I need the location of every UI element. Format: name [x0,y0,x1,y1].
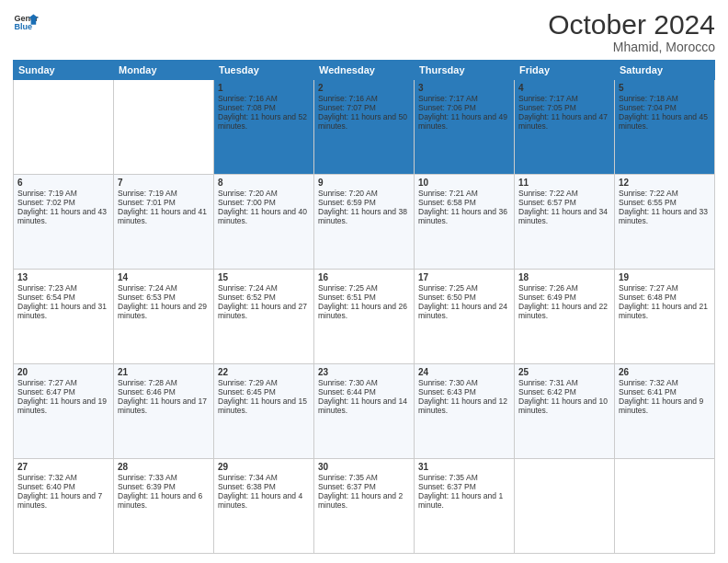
day-info: Daylight: 11 hours and 15 minutes. [218,396,310,415]
day-info: Sunset: 6:44 PM [318,387,410,396]
day-info: Sunrise: 7:17 AM [518,94,610,103]
day-info: Sunrise: 7:32 AM [619,378,711,387]
day-info: Sunrise: 7:30 AM [318,378,410,387]
day-cell: 4Sunrise: 7:17 AMSunset: 7:05 PMDaylight… [515,80,615,175]
day-cell: 5Sunrise: 7:18 AMSunset: 7:04 PMDaylight… [615,80,715,175]
day-number: 13 [17,272,109,282]
day-number: 20 [17,367,109,377]
logo: General Blue [13,9,39,35]
day-info: Daylight: 11 hours and 43 minutes. [17,207,109,225]
day-number: 17 [418,272,510,282]
logo-icon: General Blue [13,9,39,35]
week-row-3: 13Sunrise: 7:23 AMSunset: 6:54 PMDayligh… [14,270,715,364]
day-info: Sunset: 7:08 PM [218,103,310,112]
day-cell [615,459,715,554]
day-info: Sunset: 6:57 PM [518,198,610,207]
day-cell: 19Sunrise: 7:27 AMSunset: 6:48 PMDayligh… [615,270,715,364]
day-number: 26 [619,367,711,377]
day-cell: 25Sunrise: 7:31 AMSunset: 6:42 PMDayligh… [515,364,615,459]
week-row-2: 6Sunrise: 7:19 AMSunset: 7:02 PMDaylight… [14,175,715,270]
day-info: Sunset: 6:52 PM [218,293,310,302]
day-cell: 3Sunrise: 7:17 AMSunset: 7:06 PMDaylight… [415,80,515,175]
day-info: Daylight: 11 hours and 14 minutes. [318,396,410,415]
day-number: 7 [118,178,210,188]
day-info: Sunset: 6:37 PM [318,482,410,491]
day-cell: 13Sunrise: 7:23 AMSunset: 6:54 PMDayligh… [14,270,114,364]
day-info: Daylight: 11 hours and 34 minutes. [518,207,610,225]
day-cell: 12Sunrise: 7:22 AMSunset: 6:55 PMDayligh… [615,175,715,270]
day-info: Sunset: 7:01 PM [118,198,210,207]
day-info: Sunrise: 7:23 AM [17,283,109,293]
day-info: Sunset: 6:47 PM [17,387,109,396]
day-cell: 7Sunrise: 7:19 AMSunset: 7:01 PMDaylight… [114,175,214,270]
day-cell: 18Sunrise: 7:26 AMSunset: 6:49 PMDayligh… [515,270,615,364]
day-number: 2 [318,83,410,93]
day-cell: 31Sunrise: 7:35 AMSunset: 6:37 PMDayligh… [415,459,515,554]
week-row-5: 27Sunrise: 7:32 AMSunset: 6:40 PMDayligh… [14,459,715,554]
day-info: Sunset: 6:53 PM [118,293,210,302]
day-info: Sunset: 7:02 PM [17,198,109,207]
day-info: Sunrise: 7:34 AM [218,473,310,482]
title-block: October 2024 Mhamid, Morocco [548,9,715,54]
day-number: 30 [318,462,410,472]
day-info: Daylight: 11 hours and 31 minutes. [17,302,109,320]
day-cell: 2Sunrise: 7:16 AMSunset: 7:07 PMDaylight… [314,80,415,175]
col-header-thursday: Thursday [415,61,515,80]
day-info: Sunrise: 7:18 AM [619,94,711,103]
day-number: 5 [619,83,711,93]
day-info: Sunset: 6:41 PM [619,387,711,396]
day-info: Sunset: 6:46 PM [118,387,210,396]
day-number: 28 [118,462,210,472]
day-number: 29 [218,462,310,472]
day-info: Sunset: 6:48 PM [619,293,711,302]
day-cell: 28Sunrise: 7:33 AMSunset: 6:39 PMDayligh… [114,459,214,554]
day-info: Sunset: 6:39 PM [118,482,210,491]
day-info: Sunset: 6:55 PM [619,198,711,207]
day-cell: 22Sunrise: 7:29 AMSunset: 6:45 PMDayligh… [214,364,314,459]
day-info: Daylight: 11 hours and 45 minutes. [619,112,711,131]
day-cell: 11Sunrise: 7:22 AMSunset: 6:57 PMDayligh… [515,175,615,270]
day-info: Daylight: 11 hours and 41 minutes. [118,207,210,225]
day-info: Daylight: 11 hours and 7 minutes. [17,491,109,510]
day-info: Daylight: 11 hours and 26 minutes. [318,302,410,320]
day-info: Sunset: 6:59 PM [318,198,410,207]
day-info: Sunrise: 7:24 AM [118,283,210,293]
day-info: Daylight: 11 hours and 6 minutes. [118,491,210,510]
day-number: 15 [218,272,310,282]
day-info: Sunset: 6:37 PM [418,482,510,491]
day-info: Sunset: 6:45 PM [218,387,310,396]
col-header-saturday: Saturday [615,61,715,80]
header-row: SundayMondayTuesdayWednesdayThursdayFrid… [14,61,715,80]
day-cell: 29Sunrise: 7:34 AMSunset: 6:38 PMDayligh… [214,459,314,554]
day-info: Daylight: 11 hours and 21 minutes. [619,302,711,320]
day-info: Daylight: 11 hours and 40 minutes. [218,207,310,225]
day-info: Sunrise: 7:22 AM [619,189,711,198]
day-number: 9 [318,178,410,188]
day-number: 11 [518,178,610,188]
day-info: Sunrise: 7:28 AM [118,378,210,387]
day-info: Daylight: 11 hours and 27 minutes. [218,302,310,320]
day-info: Daylight: 11 hours and 50 minutes. [318,112,410,131]
day-info: Daylight: 11 hours and 4 minutes. [218,491,310,510]
day-info: Daylight: 11 hours and 19 minutes. [17,396,109,415]
day-cell [515,459,615,554]
day-number: 23 [318,367,410,377]
day-cell: 9Sunrise: 7:20 AMSunset: 6:59 PMDaylight… [314,175,415,270]
day-info: Sunrise: 7:22 AM [518,189,610,198]
day-info: Sunrise: 7:27 AM [619,283,711,293]
day-number: 6 [17,178,109,188]
day-number: 10 [418,178,510,188]
day-cell: 20Sunrise: 7:27 AMSunset: 6:47 PMDayligh… [14,364,114,459]
day-info: Sunset: 7:04 PM [619,103,711,112]
day-info: Sunrise: 7:29 AM [218,378,310,387]
day-cell [114,80,214,175]
page: General Blue October 2024 Mhamid, Morocc… [0,0,728,563]
day-number: 3 [418,83,510,93]
day-number: 12 [619,178,711,188]
day-cell: 23Sunrise: 7:30 AMSunset: 6:44 PMDayligh… [314,364,415,459]
day-info: Sunset: 6:38 PM [218,482,310,491]
day-info: Daylight: 11 hours and 33 minutes. [619,207,711,225]
day-number: 18 [518,272,610,282]
day-info: Sunset: 6:51 PM [318,293,410,302]
day-number: 14 [118,272,210,282]
